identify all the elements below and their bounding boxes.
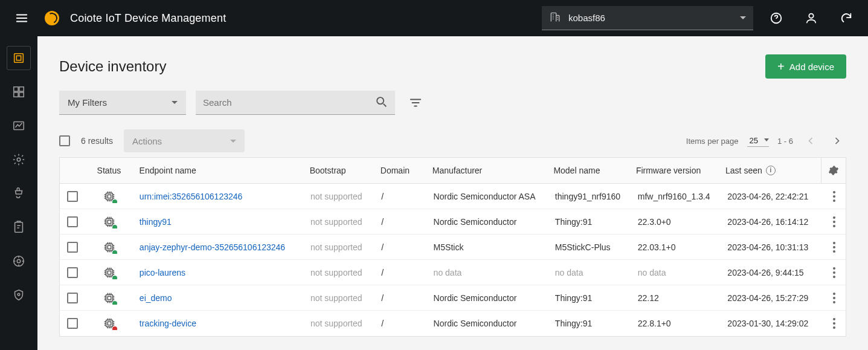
bulk-actions-dropdown[interactable]: Actions [124,129,245,152]
last-seen-value: 2023-04-26, 22:42:21 [727,192,808,201]
endpoint-link[interactable]: pico-laurens [140,268,185,277]
chevron-down-icon [740,16,746,19]
my-filters-label: My Filters [68,97,107,108]
app-logo-icon [45,11,59,25]
filter-list-button[interactable] [405,92,426,114]
svg-point-1 [809,14,813,18]
select-all-checkbox[interactable] [59,135,70,146]
svg-rect-5 [19,87,24,91]
info-icon[interactable]: i [766,166,776,175]
col-status[interactable]: Status [85,158,133,183]
col-domain[interactable]: Domain [375,158,426,183]
svg-rect-4 [14,87,18,91]
svg-rect-26 [108,322,111,325]
model-value: no data [555,268,583,277]
endpoint-link[interactable]: tracking-device [140,319,196,328]
device-table: Status Endpoint name Bootstrap Domain Ma… [59,157,846,337]
account-button[interactable] [799,6,823,30]
chip-icon [103,291,116,305]
add-device-button[interactable]: + Add device [765,54,846,79]
next-page-button[interactable] [828,132,846,150]
row-actions-button[interactable] [829,216,840,227]
model-value: Thingy:91 [555,319,592,328]
sidebar-item-tasks[interactable] [10,219,27,236]
row-checkbox[interactable] [67,318,78,329]
tenant-name: kobasf86 [568,13,605,23]
firmware-value: 22.8.1+0 [638,319,671,328]
row-actions-button[interactable] [829,318,840,329]
sidebar-item-analytics[interactable] [10,117,27,134]
domain-value: / [381,192,384,201]
table-header: Status Endpoint name Bootstrap Domain Ma… [60,158,846,184]
last-seen-value: 2023-04-26, 16:14:12 [727,217,808,227]
table-row: urn:imei:352656106123246not supported/No… [60,184,846,209]
row-checkbox[interactable] [67,216,78,227]
table-row: pico-laurensnot supported/no datano data… [60,260,846,285]
items-per-page-select[interactable]: 25 [747,135,769,147]
main-content: Device inventory + Add device My Filters [37,36,868,350]
actions-label: Actions [132,136,162,146]
col-firmware[interactable]: Firmware version [630,158,719,183]
row-checkbox[interactable] [67,293,78,303]
column-settings-button[interactable] [821,158,846,183]
sidebar-item-integrations[interactable] [10,185,27,202]
firmware-value: 22.12 [638,293,659,303]
bootstrap-value: not supported [310,293,362,303]
svg-point-13 [18,293,20,296]
firmware-value: no data [638,268,666,277]
top-bar: Coiote IoT Device Management kobasf86 [0,0,868,36]
results-count: 6 results [81,136,113,146]
bootstrap-value: not supported [310,268,362,277]
domain-value: / [381,319,384,328]
chip-icon [103,241,116,254]
search-icon[interactable] [375,95,388,111]
model-value: thingy91_nrf9160 [555,192,620,201]
sidebar-item-automation[interactable] [10,253,27,270]
hamburger-menu-button[interactable] [10,6,34,30]
row-actions-button[interactable] [829,242,840,253]
sidebar-item-dashboard[interactable] [10,83,27,100]
status-dot [112,276,117,279]
row-checkbox[interactable] [67,191,78,202]
search-input[interactable] [203,97,375,108]
tenant-selector[interactable]: kobasf86 [542,6,753,30]
endpoint-link[interactable]: thingy91 [140,217,172,227]
manufacturer-value: Nordic Semiconductor ASA [434,192,536,201]
page-range: 1 - 6 [777,137,793,146]
table-row: anjay-zephyr-demo-352656106123246not sup… [60,235,846,260]
sidebar-item-settings[interactable] [10,151,27,168]
sidebar-item-security[interactable] [10,287,27,303]
endpoint-link[interactable]: urn:imei:352656106123246 [140,192,242,201]
table-row: thingy91not supported/Nordic Semiconduct… [60,209,846,235]
my-filters-dropdown[interactable]: My Filters [59,91,186,115]
row-checkbox[interactable] [67,242,78,253]
endpoint-link[interactable]: anjay-zephyr-demo-352656106123246 [140,242,285,252]
manufacturer-value: no data [434,268,462,277]
help-button[interactable] [764,6,788,30]
firmware-value: 22.03.1+0 [638,242,676,252]
svg-rect-3 [16,56,21,60]
row-actions-button[interactable] [829,191,840,202]
col-bootstrap[interactable]: Bootstrap [304,158,375,183]
svg-point-12 [17,259,21,263]
col-last-seen[interactable]: Last seen i [719,158,821,183]
col-manufacturer[interactable]: Manufacturer [426,158,548,183]
sidebar-item-device-inventory[interactable] [10,50,27,66]
row-actions-button[interactable] [829,267,840,278]
row-checkbox[interactable] [67,267,78,278]
last-seen-value: 2023-04-26, 9:44:15 [727,268,803,277]
col-endpoint[interactable]: Endpoint name [133,158,304,183]
endpoint-link[interactable]: ei_demo [140,293,172,303]
svg-rect-24 [108,296,111,300]
prev-page-button[interactable] [802,132,820,150]
manufacturer-value: Nordic Semiconductor [434,293,517,303]
refresh-button[interactable] [834,6,858,30]
svg-rect-10 [15,222,23,233]
firmware-value: 22.3.0+0 [638,217,671,227]
row-actions-button[interactable] [829,293,840,303]
svg-rect-19 [106,244,112,250]
col-model[interactable]: Model name [547,158,630,183]
domain-value: / [381,242,384,252]
items-per-page-label: Items per page [686,137,739,146]
plus-icon: + [777,60,785,73]
